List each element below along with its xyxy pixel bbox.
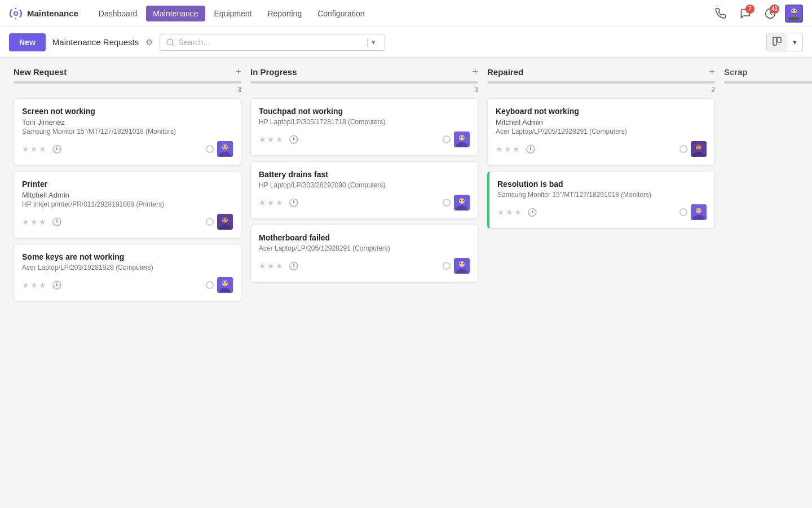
radio-toggle[interactable] [443,262,451,270]
column-add-button-in_progress[interactable]: + [472,67,478,77]
star-1[interactable]: ★ [22,281,29,290]
nav-links: Dashboard Maintenance Equipment Reportin… [92,6,697,21]
column-scrap: Scrap + [720,67,812,500]
view-toggle[interactable]: ▼ [766,33,803,51]
column-count-repaired: 2 [487,86,715,94]
star-3[interactable]: ★ [276,198,283,207]
settings-gear-button[interactable]: ⚙ [145,37,153,47]
star-3[interactable]: ★ [39,144,46,154]
radio-toggle[interactable] [443,135,451,143]
card-2-0[interactable]: Keyboard not working Mitchell Admin Acer… [487,98,715,165]
user-avatar-nav[interactable] [785,5,803,23]
star-2[interactable]: ★ [506,208,513,217]
star-2[interactable]: ★ [504,144,511,154]
star-2[interactable]: ★ [267,198,275,207]
star-1[interactable]: ★ [259,261,266,270]
assignee-avatar[interactable] [217,214,233,230]
card-device: Samsung Monitor 15"/MT/127/18291018 (Mon… [22,128,233,135]
star-2[interactable]: ★ [267,135,275,144]
clock-icon[interactable]: 🕐 [289,261,298,270]
sub-header: New Maintenance Requests ⚙ ▼ ▼ [0,27,812,58]
star-3[interactable]: ★ [276,261,283,270]
clock-icon[interactable]: 🕐 [52,144,61,154]
rating-stars[interactable]: ★ ★ ★ [497,208,522,217]
rating-stars[interactable]: ★ ★ ★ [259,261,283,270]
assignee-avatar[interactable] [217,277,233,293]
assignee-avatar[interactable] [454,195,470,211]
assignee-avatar[interactable] [454,258,470,274]
star-3[interactable]: ★ [514,208,522,217]
star-3[interactable]: ★ [513,144,520,154]
rating-stars[interactable]: ★ ★ ★ [259,198,283,207]
star-1[interactable]: ★ [22,217,29,226]
rating-stars[interactable]: ★ ★ ★ [22,217,46,226]
card-1-1[interactable]: Battery drains fast HP Laptop/LP/303/282… [250,161,478,219]
assignee-avatar[interactable] [691,141,707,157]
card-0-0[interactable]: Screen not working Toni Jimenez Samsung … [14,98,241,165]
card-2-1[interactable]: Resolution is bad Samsung Monitor 15"/MT… [487,171,715,229]
clock-icon-btn[interactable]: 41 [760,3,780,24]
card-1-0[interactable]: Touchpad not working HP Laptop/LP/305/17… [250,98,478,156]
search-dropdown-button[interactable]: ▼ [367,38,379,46]
svg-point-35 [463,263,464,264]
clock-icon[interactable]: 🕐 [289,198,298,207]
star-3[interactable]: ★ [39,281,46,290]
nav-right: 7 41 [710,3,803,24]
star-2[interactable]: ★ [30,217,38,226]
radio-toggle[interactable] [206,281,214,289]
star-2[interactable]: ★ [30,281,38,290]
card-1-2[interactable]: Motherboard failed Acer Laptop/LP/205/12… [250,225,478,282]
star-1[interactable]: ★ [259,135,266,144]
column-add-button-repaired[interactable]: + [709,67,715,77]
radio-toggle[interactable] [206,145,214,153]
assignee-avatar[interactable] [454,132,470,147]
rating-stars[interactable]: ★ ★ ★ [259,135,283,144]
star-1[interactable]: ★ [22,144,29,154]
card-title: Touchpad not working [259,107,470,116]
nav-logo[interactable]: Maintenance [9,7,78,20]
card-title: Battery drains fast [259,170,470,179]
rating-stars[interactable]: ★ ★ ★ [22,281,46,290]
svg-point-4 [792,10,793,11]
nav-maintenance[interactable]: Maintenance [146,6,205,21]
star-2[interactable]: ★ [267,261,275,270]
star-2[interactable]: ★ [30,144,38,154]
column-header-repaired: Repaired + [487,67,715,77]
card-footer-right [679,204,707,220]
nav-dashboard[interactable]: Dashboard [92,6,144,21]
clock-icon[interactable]: 🕐 [289,135,298,144]
card-0-2[interactable]: Some keys are not working Acer Laptop/LP… [14,244,241,301]
column-add-button-new_request[interactable]: + [235,67,241,77]
nav-equipment[interactable]: Equipment [208,6,259,21]
svg-point-33 [459,261,465,267]
card-footer-left: ★ ★ ★ 🕐 [22,217,61,226]
clock-icon[interactable]: 🕐 [52,281,61,290]
star-3[interactable]: ★ [276,135,283,144]
assignee-avatar[interactable] [217,141,233,157]
rating-stars[interactable]: ★ ★ ★ [496,144,520,154]
nav-reporting[interactable]: Reporting [261,6,308,21]
clock-icon[interactable]: 🕐 [527,208,537,217]
rating-stars[interactable]: ★ ★ ★ [22,144,46,154]
card-0-1[interactable]: Printer Mitchell Admin HP Inkjet printer… [14,171,241,238]
radio-toggle[interactable] [679,145,687,153]
clock-icon[interactable]: 🕐 [52,217,61,226]
search-input[interactable] [178,38,364,47]
star-1[interactable]: ★ [259,198,266,207]
kanban-view-button[interactable] [767,33,787,51]
star-1[interactable]: ★ [496,144,503,154]
clock-icon[interactable]: 🕐 [526,144,535,154]
star-1[interactable]: ★ [497,208,505,217]
radio-toggle[interactable] [206,218,214,226]
view-dropdown-button[interactable]: ▼ [787,36,802,49]
phone-icon-btn[interactable] [710,3,731,24]
assignee-avatar[interactable] [691,204,707,220]
new-button[interactable]: New [9,33,46,51]
card-footer-right [206,214,233,230]
nav-configuration[interactable]: Configuration [311,6,371,21]
chat-icon-btn[interactable]: 7 [735,3,756,24]
radio-toggle[interactable] [443,199,451,207]
radio-toggle[interactable] [679,208,687,216]
svg-point-18 [226,219,227,220]
star-3[interactable]: ★ [39,217,46,226]
